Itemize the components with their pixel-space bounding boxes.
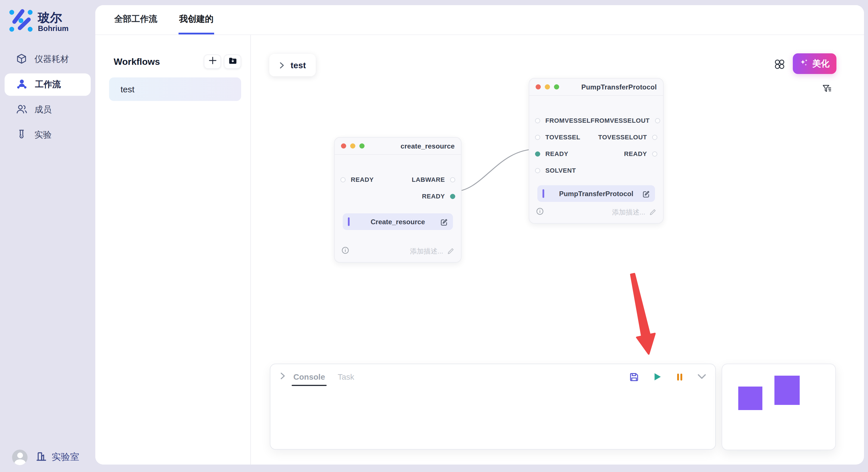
node-title: PumpTransferProtocol [559,83,657,91]
brand-subtitle: Bohrium [38,25,69,33]
sidebar-nav: 仪器耗材 工作流 [0,48,95,146]
input-port-solvent[interactable]: SOLVENT [535,167,576,174]
sparkles-icon [800,59,808,69]
edge-create-resource-to-pump [454,149,537,192]
node-title: create_resource [365,142,455,150]
sidebar-item-instruments[interactable]: 仪器耗材 [5,48,91,71]
port-circle[interactable] [340,177,346,182]
filter-button[interactable] [822,84,832,94]
node-pump-transfer-protocol[interactable]: PumpTransferProtocol FROMVESSEL FROMVESS… [529,78,663,224]
port-circle[interactable] [450,177,455,182]
minimize-light-icon[interactable] [545,84,550,90]
edit-icon[interactable] [440,218,448,228]
plus-icon [208,56,217,67]
import-workflow-button[interactable] [224,55,241,69]
pencil-icon [649,209,656,216]
sidebar-item-label: 成员 [34,104,52,115]
brand-name: 玻尔 [38,11,69,25]
input-port-tovessel[interactable]: TOVESSEL [535,134,580,140]
workflows-panel-title: Workflows [114,57,160,67]
port-circle[interactable] [535,118,540,123]
output-port-ready[interactable]: READY [422,193,455,200]
node-create-resource[interactable]: create_resource READY LABWARE [334,137,462,263]
experiment-icon [16,129,27,141]
tab-all-workflows[interactable]: 全部工作流 [114,5,158,34]
brand: 玻尔 Bohrium [8,9,69,35]
traffic-lights [536,84,559,90]
console-panel: Console Task [270,364,716,450]
sidebar-footer: 实验室 [12,450,79,465]
port-circle-connected[interactable] [535,151,540,156]
breadcrumb[interactable]: test [269,54,316,76]
sidebar-item-label: 工作流 [35,79,61,90]
port-circle[interactable] [652,151,657,156]
chevron-right-icon [279,62,285,69]
main-content: 全部工作流 我创建的 Workflows [95,5,864,465]
collapse-chevron-icon[interactable] [698,374,706,380]
minimize-light-icon[interactable] [350,143,355,148]
package-icon [16,53,27,66]
node-action-pump-transfer[interactable]: PumpTransferProtocol [537,185,655,202]
workflows-panel: Workflows [95,35,251,465]
sidebar: 玻尔 Bohrium 仪器耗材 [0,0,95,472]
app-window: 玻尔 Bohrium 仪器耗材 [0,0,868,472]
beautify-button[interactable]: 美化 [793,53,836,74]
red-annotation-arrow [631,274,655,354]
sidebar-item-members[interactable]: 成员 [5,99,91,121]
user-avatar[interactable] [12,450,28,465]
port-circle-connected[interactable] [450,194,455,199]
output-port-fromvesselout[interactable]: FROMVESSELOUT [591,117,660,124]
input-port-fromvessel[interactable]: FROMVESSEL [535,117,591,124]
accent-bar [542,189,544,198]
expand-light-icon[interactable] [554,84,559,90]
output-port-labware[interactable]: LABWARE [412,176,455,183]
node-action-create-resource[interactable]: Create_resource [343,213,453,230]
tab-task[interactable]: Task [336,364,356,390]
info-icon[interactable] [536,207,544,217]
output-port-tovesselout[interactable]: TOVESSELOUT [598,134,657,140]
node-description[interactable]: 添加描述... [612,207,656,217]
close-light-icon[interactable] [341,143,346,148]
breadcrumb-label: test [290,60,306,70]
shortcuts-button[interactable] [774,59,785,69]
workflow-tabbar: 全部工作流 我创建的 [95,5,864,35]
node-header: PumpTransferProtocol [529,78,663,96]
accent-bar [348,217,350,226]
tab-created-by-me[interactable]: 我创建的 [179,5,214,34]
edit-icon[interactable] [642,190,650,200]
tab-console[interactable]: Console [291,364,327,390]
lab-switcher[interactable]: 实验室 [36,450,79,464]
input-port-ready[interactable]: READY [535,150,568,157]
lab-label: 实验室 [52,451,79,463]
building-icon [36,450,47,464]
workflow-icon [16,78,28,91]
command-icon [774,61,785,71]
expand-light-icon[interactable] [360,143,365,148]
workflow-list-item[interactable]: test [109,77,241,101]
close-light-icon[interactable] [536,84,541,90]
sidebar-item-label: 仪器耗材 [34,54,69,65]
bohrium-logo-icon [8,9,33,35]
node-description[interactable]: 添加描述... [410,246,454,256]
port-circle[interactable] [652,134,657,140]
output-port-ready[interactable]: READY [624,150,657,157]
port-circle[interactable] [655,118,660,123]
console-expand-icon[interactable] [280,372,286,382]
input-port-ready[interactable]: READY [340,176,374,183]
minimap-node [738,386,763,410]
save-icon[interactable] [629,372,639,382]
run-icon[interactable] [653,372,662,381]
folder-import-icon [228,57,237,67]
sidebar-item-workflow[interactable]: 工作流 [5,73,91,96]
add-workflow-button[interactable] [204,55,221,69]
filter-icon [822,86,832,95]
pause-icon[interactable] [676,372,684,381]
node-header: create_resource [335,138,461,155]
sidebar-item-experiments[interactable]: 实验 [5,124,91,146]
sidebar-item-label: 实验 [34,130,52,140]
port-circle[interactable] [535,134,540,140]
port-circle[interactable] [535,168,540,173]
info-icon[interactable] [342,246,349,256]
minimap[interactable] [722,364,836,450]
minimap-node [774,376,800,405]
